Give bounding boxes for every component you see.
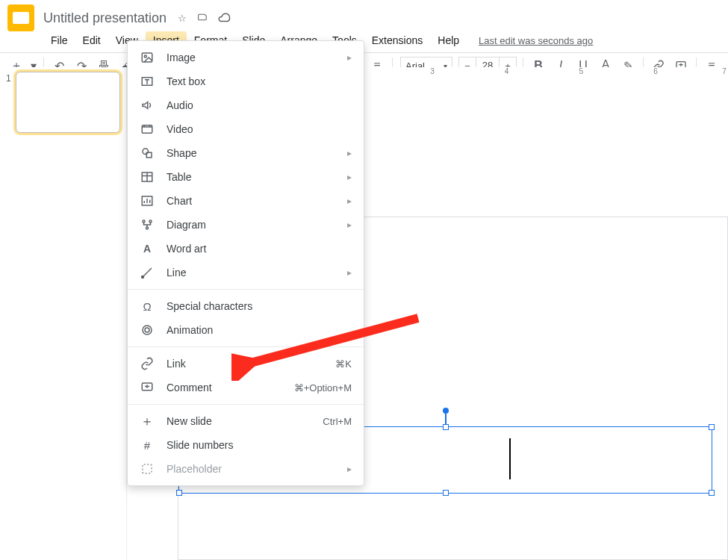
- thumbnail-preview[interactable]: [16, 72, 120, 133]
- svg-rect-23: [143, 464, 152, 473]
- star-icon[interactable]: ☆: [175, 11, 189, 25]
- numbers-icon: #: [140, 438, 155, 452]
- menu-item-label: Shape: [167, 147, 347, 159]
- menu-item-label: Comment: [167, 382, 294, 393]
- menu-item-label: Special characters: [167, 300, 352, 312]
- last-edit-link[interactable]: Last edit was seconds ago: [479, 35, 593, 46]
- link-icon: [140, 356, 155, 371]
- insert-menu-placeholder: Placeholder▸: [128, 457, 364, 481]
- menu-item-label: Placeholder: [167, 463, 347, 475]
- svg-point-18: [145, 328, 149, 332]
- menu-item-label: Audio: [167, 99, 352, 111]
- textbox-icon: [140, 74, 155, 89]
- insert-menu-image[interactable]: Image▸: [128, 46, 364, 69]
- insert-menu-link[interactable]: Link⌘K: [128, 352, 364, 376]
- insert-menu-chart[interactable]: Chart▸: [128, 189, 364, 213]
- insert-menu-video[interactable]: Video: [128, 117, 364, 141]
- menu-item-label: Text box: [167, 75, 352, 87]
- submenu-arrow-icon: ▸: [347, 172, 352, 182]
- menu-item-label: Line: [167, 267, 347, 279]
- menu-item-label: Slide numbers: [167, 439, 352, 451]
- rotation-handle[interactable]: [443, 408, 449, 414]
- svg-point-4: [144, 55, 146, 57]
- app-header: Untitled presentation ☆: [0, 0, 728, 31]
- resize-handle-tr[interactable]: [709, 424, 715, 430]
- table-icon: [140, 169, 155, 184]
- omega-icon: Ω: [140, 299, 155, 314]
- slides-logo-icon: [7, 4, 34, 31]
- menu-item-label: New slide: [167, 415, 323, 427]
- submenu-arrow-icon: ▸: [347, 464, 352, 474]
- menu-file[interactable]: File: [43, 31, 75, 49]
- insert-menu-comment[interactable]: Comment⌘+Option+M: [128, 376, 364, 399]
- video-icon: [140, 122, 155, 137]
- menu-item-label: Chart: [167, 195, 347, 207]
- menu-item-label: Table: [167, 171, 347, 183]
- document-title[interactable]: Untitled presentation: [43, 10, 167, 26]
- menu-item-label: Diagram: [167, 219, 347, 231]
- submenu-arrow-icon: ▸: [347, 52, 352, 63]
- svg-point-14: [149, 220, 152, 223]
- svg-point-17: [142, 276, 144, 279]
- chart-icon: [140, 193, 155, 208]
- ruler-tick: 4: [505, 67, 509, 75]
- animation-icon: [140, 323, 155, 337]
- ruler-tick: 5: [579, 67, 584, 75]
- thumbnail-number: 1: [6, 73, 11, 133]
- menu-item-shortcut: ⌘+Option+M: [294, 382, 352, 393]
- thumbnail-1[interactable]: 1: [6, 72, 120, 133]
- insert-menu-audio[interactable]: Audio: [128, 93, 364, 117]
- submenu-arrow-icon: ▸: [347, 196, 352, 206]
- ruler-tick: 7: [722, 67, 727, 75]
- insert-menu-new-slide[interactable]: ＋New slideCtrl+M: [128, 409, 364, 433]
- shape-icon: [140, 146, 155, 161]
- line-icon: [140, 265, 155, 280]
- svg-point-13: [143, 220, 145, 223]
- text-cursor: [509, 438, 511, 479]
- slide-panel: 1: [0, 67, 127, 560]
- svg-point-15: [146, 227, 149, 229]
- ruler-tick: 6: [653, 67, 658, 75]
- audio-icon: [140, 98, 155, 113]
- insert-menu-diagram[interactable]: Diagram▸: [128, 213, 364, 237]
- submenu-arrow-icon: ▸: [347, 220, 352, 230]
- menu-help[interactable]: Help: [430, 31, 467, 49]
- comment-icon: [140, 380, 155, 395]
- resize-handle-bm[interactable]: [443, 490, 449, 496]
- insert-menu-shape[interactable]: Shape▸: [128, 141, 364, 165]
- svg-rect-3: [142, 53, 152, 62]
- menu-item-label: Word art: [167, 243, 352, 255]
- submenu-arrow-icon: ▸: [347, 267, 352, 278]
- submenu-arrow-icon: ▸: [347, 148, 352, 158]
- insert-menu-text-box[interactable]: Text box: [128, 69, 364, 93]
- menu-item-label: Video: [167, 123, 352, 135]
- svg-point-19: [143, 326, 152, 335]
- placeholder-icon: [140, 461, 155, 476]
- diagram-icon: [140, 217, 155, 232]
- insert-menu-table[interactable]: Table▸: [128, 165, 364, 189]
- menu-extensions[interactable]: Extensions: [364, 31, 430, 49]
- plus-icon: ＋: [140, 414, 155, 429]
- insert-menu-slide-numbers[interactable]: #Slide numbers: [128, 433, 364, 457]
- wordart-icon: A: [140, 241, 155, 256]
- menu-item-shortcut: ⌘K: [335, 358, 352, 370]
- svg-point-7: [143, 149, 149, 155]
- insert-menu-dropdown: Image▸Text boxAudioVideoShape▸Table▸Char…: [127, 40, 364, 486]
- svg-line-16: [143, 268, 152, 277]
- resize-handle-br[interactable]: [709, 490, 715, 496]
- menu-separator: [128, 289, 364, 290]
- resize-handle-bl[interactable]: [176, 490, 182, 496]
- menu-edit[interactable]: Edit: [75, 31, 108, 49]
- insert-menu-word-art[interactable]: AWord art: [128, 237, 364, 261]
- insert-menu-animation[interactable]: Animation: [128, 318, 364, 342]
- move-icon[interactable]: [196, 11, 210, 25]
- insert-menu-special-characters[interactable]: ΩSpecial characters: [128, 294, 364, 318]
- menu-separator: [128, 404, 364, 405]
- menu-item-label: Link: [167, 358, 335, 370]
- cloud-status-icon[interactable]: [217, 11, 231, 25]
- resize-handle-tm[interactable]: [443, 424, 449, 430]
- menu-item-shortcut: Ctrl+M: [323, 416, 352, 427]
- menu-separator: [128, 346, 364, 347]
- menu-item-label: Image: [167, 52, 347, 63]
- insert-menu-line[interactable]: Line▸: [128, 261, 364, 284]
